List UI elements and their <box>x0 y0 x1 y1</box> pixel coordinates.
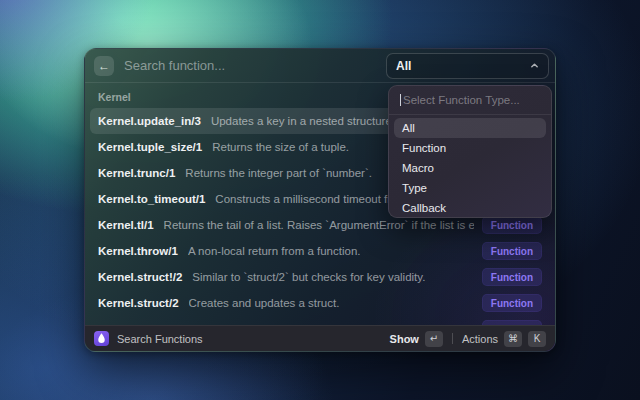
back-arrow-icon: ← <box>98 59 110 73</box>
function-name: Kernel.update_in/3 <box>98 115 201 127</box>
dropdown-option-macro[interactable]: Macro <box>394 158 546 178</box>
function-type-badge: Function <box>482 268 542 286</box>
list-item[interactable]: Kernel.throw/1A non-local return from a … <box>90 238 550 264</box>
enter-key-icon: ↵ <box>425 331 443 347</box>
type-filter-placeholder: Select Function Type... <box>403 94 520 106</box>
function-description: A non-local return from a function. <box>188 245 474 257</box>
type-filter-search-input[interactable]: Select Function Type... <box>389 86 551 115</box>
type-filter-value: All <box>396 59 530 73</box>
footer: Search Functions Show ↵ Actions ⌘ K <box>85 325 555 351</box>
k-key-icon: K <box>528 331 546 347</box>
text-caret <box>400 94 401 106</box>
function-type-badge: Function <box>482 242 542 260</box>
header: ← Search function... All <box>85 49 555 83</box>
chevron-up-icon <box>530 61 539 70</box>
type-filter-panel: Select Function Type... AllFunctionMacro… <box>388 85 552 218</box>
cmd-key-icon: ⌘ <box>504 331 522 347</box>
function-name: Kernel.to_timeout/1 <box>98 193 205 205</box>
dropdown-option-all[interactable]: All <box>394 118 546 138</box>
dropdown-option-callback[interactable]: Callback <box>394 198 546 218</box>
show-label[interactable]: Show <box>390 333 419 345</box>
function-name: Kernel.tl/1 <box>98 219 154 231</box>
command-title: Search Functions <box>117 333 203 345</box>
actions-label[interactable]: Actions <box>462 333 498 345</box>
dropdown-option-function[interactable]: Function <box>394 138 546 158</box>
footer-divider <box>452 333 453 344</box>
back-button[interactable]: ← <box>94 56 114 76</box>
function-type-badge: Function <box>482 294 542 312</box>
launcher-window: ← Search function... All Kernel Kernel.u… <box>84 48 556 352</box>
function-description: Similar to `struct/2` but checks for key… <box>192 271 473 283</box>
function-name: Kernel.throw/1 <box>98 245 178 257</box>
search-input[interactable]: Search function... <box>124 58 386 73</box>
function-name: Kernel.trunc/1 <box>98 167 175 179</box>
type-filter-dropdown[interactable]: All <box>386 53 549 79</box>
elixir-drop-icon <box>94 331 109 346</box>
function-name: Kernel.tuple_size/1 <box>98 141 202 153</box>
dropdown-option-type[interactable]: Type <box>394 178 546 198</box>
function-name: Kernel.struct/2 <box>98 297 179 309</box>
function-description: Creates and updates a struct. <box>189 297 474 309</box>
list-item[interactable]: Kernel.struct!/2Similar to `struct/2` bu… <box>90 264 550 290</box>
function-name: Kernel.struct!/2 <box>98 271 182 283</box>
list-item[interactable]: Kernel.struct/2Creates and updates a str… <box>90 290 550 316</box>
